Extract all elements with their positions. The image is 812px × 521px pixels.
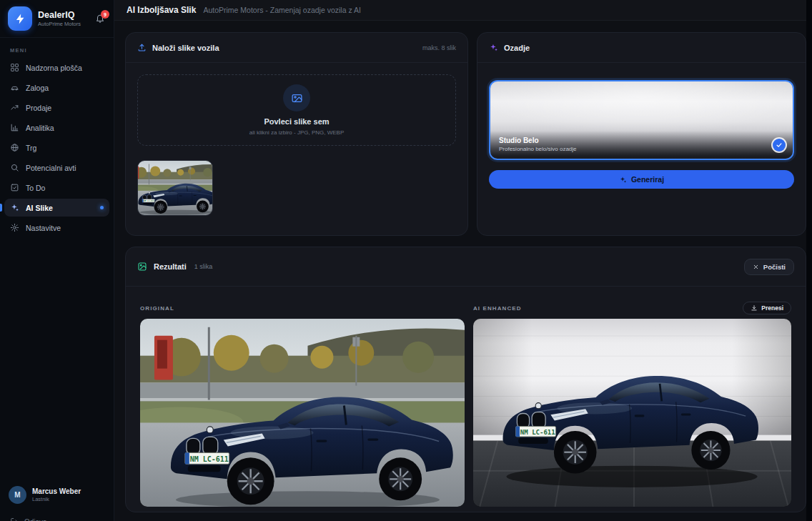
dashboard-icon [10, 63, 19, 72]
original-car-photo [140, 319, 465, 507]
globe-icon [10, 143, 19, 152]
sidebar-item-zaloga[interactable]: Zaloga [4, 79, 109, 96]
results-title: Rezultati [154, 262, 187, 271]
dropzone-hint: ali klikni za izbiro - JPG, PNG, WEBP [249, 129, 344, 136]
download-button[interactable]: Prenesi [743, 302, 791, 314]
viewport-right-edge [806, 0, 812, 521]
sidebar-item-label: Prodaje [26, 104, 51, 112]
download-button-label: Prenesi [761, 304, 783, 312]
avatar: M [9, 486, 26, 504]
background-option-description: Profesionalno belo/sivo ozadje [499, 146, 784, 152]
user-profile[interactable]: M Marcus Weber Lastnik [9, 486, 81, 504]
sparkles-icon [10, 203, 19, 212]
notifications-button[interactable]: 9 [95, 14, 105, 24]
page-title: AI Izboljšava Slik [127, 5, 196, 15]
sidebar-item-label: To Do [26, 184, 45, 192]
original-result-column: ORIGINAL [140, 299, 465, 507]
sidebar-item-prodaje[interactable]: Prodaje [4, 99, 109, 116]
sparkles-icon [619, 176, 627, 184]
menu-section-label: MENI [0, 38, 114, 59]
sidebar-item-label: Nadzorna plošča [26, 64, 82, 72]
sidebar-item-label: AI Slike [26, 204, 53, 212]
sidebar-item-label: Potencialni avti [26, 164, 76, 172]
background-panel: Ozadje Studio Belo Profesionalno belo/si… [477, 32, 806, 236]
sidebar-item-label: Zaloga [26, 84, 49, 92]
brand-header: DealerIQ AutoPrime Motors 9 [0, 0, 114, 38]
results-image-icon [137, 262, 147, 272]
sidebar-item-nadzorna-plosca[interactable]: Nadzorna plošča [4, 59, 109, 76]
upload-panel-title: Naloži slike vozila [152, 44, 219, 52]
page-header: AI Izboljšava Slik AutoPrime Motors - Za… [114, 0, 806, 21]
background-option-name: Studio Belo [499, 137, 784, 144]
sidebar: DealerIQ AutoPrime Motors 9 MENI Nadzorn… [0, 0, 114, 521]
sidebar-item-potencialni-avti[interactable]: Potencialni avti [4, 159, 109, 177]
check-square-icon [10, 183, 19, 192]
car-icon [10, 83, 19, 92]
upload-dropzone[interactable]: Povleci slike sem ali klikni za izbiro -… [137, 74, 456, 146]
background-option-studio-belo[interactable]: Studio Belo Profesionalno belo/sivo ozad… [489, 80, 794, 160]
gear-icon [10, 223, 19, 232]
selected-check-icon [773, 139, 786, 152]
sidebar-item-label: Trg [26, 144, 36, 152]
main-content: AI Izboljšava Slik AutoPrime Motors - Za… [114, 0, 806, 521]
enhanced-image[interactable] [473, 319, 791, 507]
logout-button[interactable]: Odjava [10, 517, 47, 521]
download-icon [751, 304, 758, 312]
search-icon [10, 163, 19, 172]
generate-button-label: Generiraj [631, 175, 664, 184]
sidebar-nav: Nadzorna plošča Zaloga Prodaje Analitika… [0, 59, 114, 237]
notification-badge: 9 [101, 10, 109, 19]
sidebar-item-ai-slike[interactable]: AI Slike [4, 199, 109, 217]
results-count: 1 slika [194, 263, 213, 270]
original-label: ORIGINAL [140, 305, 174, 312]
enhanced-car-photo [473, 319, 791, 507]
lightning-icon [14, 13, 26, 25]
sidebar-item-trg[interactable]: Trg [4, 139, 109, 157]
sidebar-item-label: Analitika [26, 124, 54, 132]
brand-name: DealerIQ [38, 10, 81, 20]
logout-label: Odjava [24, 518, 47, 521]
dropzone-title: Povleci slike sem [264, 117, 329, 126]
results-panel: Rezultati 1 slika Počisti ORIGINAL AI EN… [125, 247, 806, 512]
enhanced-label: AI ENHANCED [473, 305, 522, 312]
user-name: Marcus Weber [32, 487, 81, 495]
enhanced-result-column: AI ENHANCED Prenesi [473, 299, 791, 507]
image-icon-wrap [283, 84, 310, 111]
brand-company: AutoPrime Motors [38, 21, 81, 27]
brand-logo[interactable] [8, 6, 32, 31]
user-role: Lastnik [32, 496, 81, 502]
uploaded-image-thumbnail[interactable] [137, 160, 213, 216]
upload-panel: Naloži slike vozila maks. 8 slik Povleci… [125, 32, 468, 236]
image-icon [291, 92, 303, 104]
sidebar-item-label: Nastavitve [26, 224, 61, 232]
trending-up-icon [10, 103, 19, 112]
logout-icon [10, 517, 19, 521]
original-image[interactable] [140, 319, 465, 507]
sparkles-icon [489, 43, 498, 52]
close-icon [753, 264, 759, 270]
upload-icon [137, 43, 147, 52]
bar-chart-icon [10, 123, 19, 132]
clear-button-label: Počisti [763, 263, 786, 271]
page-subtitle: AutoPrime Motors - Zamenjaj ozadje vozil… [203, 6, 361, 14]
uploaded-car-photo [138, 161, 212, 215]
sidebar-item-to-do[interactable]: To Do [4, 179, 109, 197]
sidebar-item-nastavitve[interactable]: Nastavitve [4, 219, 109, 237]
background-option-caption: Studio Belo Profesionalno belo/sivo ozad… [490, 131, 793, 159]
sidebar-item-analitika[interactable]: Analitika [4, 119, 109, 137]
generate-button[interactable]: Generiraj [489, 170, 794, 189]
upload-max-label: maks. 8 slik [422, 44, 456, 51]
background-panel-title: Ozadje [504, 44, 530, 52]
active-indicator-dot [100, 206, 104, 209]
clear-results-button[interactable]: Počisti [744, 259, 794, 275]
